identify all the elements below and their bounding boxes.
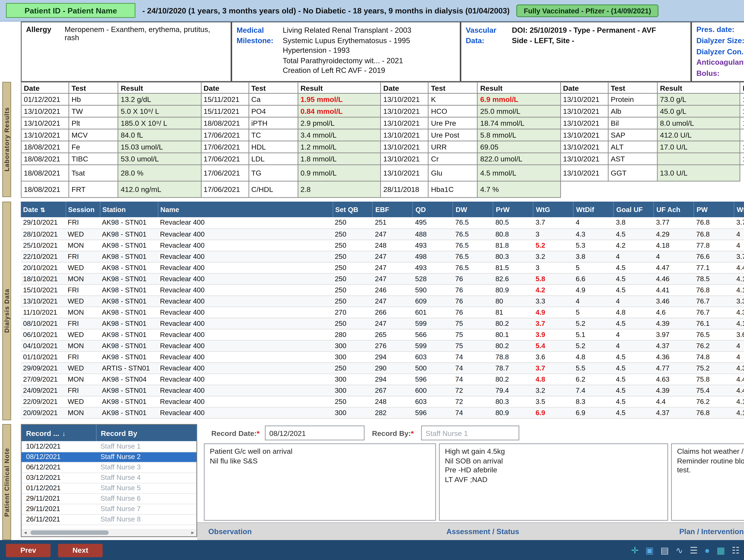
top-bar: Patient ID - Patient Name - 24/10/2020 (…	[0, 0, 744, 22]
chart-icon[interactable]: ∿	[675, 545, 683, 555]
lab-col-result: Result	[478, 82, 560, 94]
syringe-icon[interactable]: ✛	[631, 545, 638, 555]
dialysis-data-panel: Date⇅ Session Station Name Set QB EBF QD…	[21, 201, 744, 420]
lab-row[interactable]: 18/08/2021Fe15.03 umol/L17/06/2021HDL1.2…	[21, 141, 744, 153]
lab-row[interactable]: 13/10/2021TW5.0 X 10⁹/ L15/11/2021PO40.8…	[21, 105, 744, 117]
lab-col-date: Date	[381, 82, 429, 94]
scroll-left-icon[interactable]: ◄	[22, 530, 29, 535]
report-icon[interactable]: ▤	[661, 545, 669, 555]
lab-results-panel: Date Test Result Date Test Result Date T…	[21, 82, 744, 197]
medical-milestone-label: Medical Milestone:	[236, 25, 278, 78]
droplet-icon[interactable]: ●	[704, 545, 710, 555]
dialysis-col-date[interactable]: Date⇅	[21, 201, 66, 217]
record-row[interactable]: 01/12/2021Staff Nurse 5	[22, 483, 196, 493]
record-row[interactable]: 29/11/2021Staff Nurse 7	[22, 503, 196, 514]
medical-milestone-panel: Medical Milestone: Living Related Renal …	[231, 22, 460, 82]
dialysis-row[interactable]: 13/10/2021WEDAK98 - STN01Revaclear 40025…	[21, 295, 744, 306]
lab-row[interactable]: 13/10/2021Plt185.0 X 10⁹/ L18/08/2021iPT…	[21, 117, 744, 129]
lab-results-section-label: Laboratory Results	[2, 82, 11, 197]
dialysis-row[interactable]: 24/09/2021FRIAK98 - STN01Revaclear 40030…	[21, 384, 744, 396]
record-by-input[interactable]	[421, 425, 519, 440]
record-table: Record ...↓ Record By 10/12/2021Staff Nu…	[22, 425, 197, 525]
observation-textarea[interactable]: Patient G/c well on arrival Nil flu like…	[204, 443, 436, 521]
dialysis-row[interactable]: 06/10/2021WEDAK98 - STN01Revaclear 40028…	[21, 329, 744, 340]
milestone-item: Living Related Renal Transplant - 2003	[283, 25, 411, 35]
sort-icon[interactable]: ⇅	[40, 207, 45, 213]
dialysis-row[interactable]: 29/10/2021FRIAK98 - STN01Revaclear 40025…	[21, 217, 744, 228]
print-icon[interactable]: ☷	[732, 545, 740, 555]
patient-dashboard: Patient ID - Patient Name - 24/10/2020 (…	[0, 0, 744, 560]
record-col-by[interactable]: Record By	[96, 425, 196, 441]
dialysis-col-station: Station	[100, 201, 158, 217]
lab-col-date: Date	[740, 82, 744, 94]
bolus-label: Bolus:	[696, 69, 744, 80]
record-row[interactable]: 10/12/2021Staff Nurse 1	[22, 441, 196, 452]
note-labels-row: Observation Assessment / Status Plan / I…	[197, 522, 744, 540]
dialysis-table: Date⇅ Session Station Name Set QB EBF QD…	[21, 201, 744, 418]
dialysis-row[interactable]: 11/10/2021MONAK98 - STN01Revaclear 40027…	[21, 306, 744, 318]
record-row[interactable]: 26/11/2021Staff Nurse 8	[22, 514, 196, 524]
patient-id-box[interactable]: Patient ID - Patient Name	[6, 3, 136, 18]
dialysis-row[interactable]: 20/09/2021MONAK98 - STN01Revaclear 40030…	[21, 407, 744, 418]
lab-row[interactable]: 01/12/2021Hb13.2 g/dL15/11/2021Ca1.95 mm…	[21, 94, 744, 105]
record-date-input[interactable]	[265, 425, 365, 440]
dialysis-col-goal-uf: Goal UF	[613, 201, 654, 217]
assessment-textarea[interactable]: High wt gain 4.5kg Nil SOB on arrival Pr…	[439, 443, 668, 521]
dialysis-row[interactable]: 27/09/2021MONAK98 - STN04Revaclear 40030…	[21, 373, 744, 384]
dialysis-row[interactable]: 04/10/2021MONAK98 - STN01Revaclear 40030…	[21, 340, 744, 351]
milestone-item: Creation of Left RC AVF - 2019	[283, 66, 411, 76]
dialysis-row[interactable]: 29/09/2021WEDARTIS - STN01Revaclear 4002…	[21, 362, 744, 373]
plan-textarea[interactable]: Claims hot weather / Advise to control f…	[671, 443, 744, 521]
record-row[interactable]: 06/12/2021Staff Nurse 3	[22, 462, 196, 472]
calendar-icon[interactable]: ▦	[717, 545, 725, 555]
vascular-doi: DOI: 25/10/2019 - Type - Permanent - AVF	[512, 25, 656, 36]
milestone-item: Systemic Lupus Erythematosus - 1995	[283, 35, 411, 45]
lab-row[interactable]: 18/08/2021TIBC53.0 umol/L17/06/2021LDL1.…	[21, 153, 744, 165]
dialysis-row[interactable]: 08/10/2021FRIAK98 - STN01Revaclear 40025…	[21, 318, 744, 329]
allergy-label: Allergy	[26, 25, 59, 78]
dialyzer-con-label: Dialyzer Con.:	[696, 46, 744, 58]
observation-label: Observation	[208, 527, 252, 535]
record-col-date[interactable]: Record ...↓	[22, 425, 96, 441]
dialysis-col-qd: QD	[413, 201, 453, 217]
plan-label: Plan / Intervention	[679, 527, 744, 535]
lab-results-table: Date Test Result Date Test Result Date T…	[21, 82, 744, 198]
lab-row[interactable]: 13/10/2021MCV84.0 fL17/06/2021TC3.4 mmol…	[21, 129, 744, 141]
sort-down-icon[interactable]: ↓	[62, 430, 65, 437]
lab-row[interactable]: 18/08/2021FRT412.0 ng/mL17/06/2021C/HDL2…	[21, 181, 744, 197]
patient-summary-text: - 24/10/2020 (1 years, 3 months years ol…	[142, 6, 510, 15]
lab-col-date: Date	[560, 82, 608, 94]
clinical-note-section-label: Patient Clinical Note	[2, 424, 11, 540]
dialysis-row[interactable]: 28/10/2021WEDAK98 - STN01Revaclear 40025…	[21, 228, 744, 239]
dialysis-col-wtg: WtG	[533, 201, 573, 217]
prev-button[interactable]: Prev	[6, 544, 50, 557]
menu-icon[interactable]: ☰	[690, 545, 698, 555]
allergy-value: Meropenem - Exanthem, erythema, prutitus…	[65, 25, 226, 78]
milestone-item: Total Parathyroidectomy wit... - 2021	[283, 55, 411, 66]
record-row[interactable]: 03/12/2021Staff Nurse 4	[22, 472, 196, 483]
milestone-item: Hypertension - 1993	[283, 45, 411, 55]
lab-col-result: Result	[298, 82, 381, 94]
lab-row[interactable]: 18/08/2021Tsat28.0 %17/06/2021TG0.9 mmol…	[21, 165, 744, 181]
next-button[interactable]: Next	[58, 544, 103, 557]
record-row[interactable]: 08/12/2021Staff Nurse 2	[22, 452, 196, 462]
vascular-data-label: Vascular Data:	[466, 25, 508, 78]
dialysis-row[interactable]: 22/10/2021FRIAK98 - STN01Revaclear 40025…	[21, 251, 744, 262]
dialysis-row[interactable]: 15/10/2021FRIAK98 - STN01Revaclear 40025…	[21, 284, 744, 295]
dialysis-col-prw: PrW	[493, 201, 533, 217]
scrollbar-thumb[interactable]	[31, 530, 109, 535]
dialysis-row[interactable]: 22/09/2021WEDAK98 - STN01Revaclear 40025…	[21, 396, 744, 407]
dialysis-row[interactable]: 25/10/2021MONAK98 - STN01Revaclear 40025…	[21, 239, 744, 251]
scroll-right-icon[interactable]: ►	[189, 530, 196, 535]
dialyzer-size-label: Dialyzer Size:	[696, 36, 744, 46]
dialysis-row[interactable]: 18/10/2021MONAK98 - STN01Revaclear 40025…	[21, 273, 744, 284]
record-row[interactable]: 29/11/2021Staff Nurse 6	[22, 493, 196, 503]
dialysis-row[interactable]: 01/10/2021FRIAK98 - STN01Revaclear 40030…	[21, 351, 744, 362]
footer-icons: ✛▣▤∿☰●▦☷	[631, 545, 740, 555]
vascular-side: Side - LEFT, Site -	[512, 36, 656, 46]
dialysis-col-dw: DW	[453, 201, 493, 217]
save-icon[interactable]: ▣	[645, 545, 654, 555]
dialysis-row[interactable]: 20/10/2021WEDAK98 - STN01Revaclear 40025…	[21, 262, 744, 273]
record-list-hscrollbar[interactable]: ◄ ►	[22, 529, 196, 536]
lab-col-test: Test	[608, 82, 658, 94]
